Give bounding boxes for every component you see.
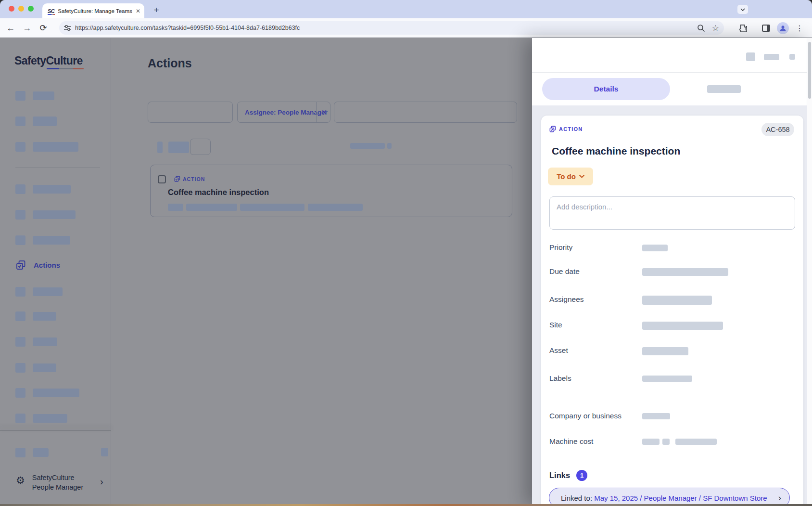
value-skeleton <box>642 413 670 419</box>
action-row-title[interactable]: Coffee machine inspection <box>168 188 269 197</box>
header-icon-skeleton <box>746 52 755 61</box>
list-toolbar-skeleton <box>350 143 385 149</box>
new-tab-button[interactable]: + <box>150 4 163 17</box>
action-type-label: ACTION <box>183 176 205 182</box>
value-skeleton <box>662 439 670 445</box>
browser-tab[interactable]: SC SafetyCulture: Manage Teams ✕ <box>42 3 144 18</box>
scrollbar-thumb[interactable] <box>808 42 811 99</box>
bookmark-star-icon[interactable]: ☆ <box>712 23 719 33</box>
description-input[interactable] <box>549 196 795 230</box>
list-toolbar-skeleton <box>168 142 189 153</box>
tab-skeleton <box>707 85 741 93</box>
address-bar[interactable]: https://app.safetyculture.com/tasks?task… <box>59 21 724 35</box>
org-switcher[interactable]: ⚙ SafetyCulture People Manager <box>16 473 83 492</box>
action-copy-check-icon <box>174 176 180 182</box>
status-label: To do <box>557 172 576 181</box>
field-row-asset[interactable]: Asset <box>549 346 568 356</box>
tab-search-chevron-icon[interactable] <box>737 5 748 14</box>
action-type-label: ACTION <box>559 126 583 132</box>
macos-zoom-button[interactable] <box>28 6 34 12</box>
url-text[interactable]: https://app.safetyculture.com/tasks?task… <box>75 25 697 31</box>
links-label: Links <box>549 471 570 480</box>
sidebar-skeleton-item <box>15 311 56 321</box>
gear-icon: ⚙ <box>16 476 25 492</box>
links-header: Links 1 <box>549 470 587 481</box>
app-sidebar: SafetyCulture Actions <box>0 38 111 506</box>
zoom-icon[interactable] <box>697 24 705 32</box>
extensions-puzzle-icon[interactable] <box>739 24 748 33</box>
sidebar-skeleton-item <box>15 363 56 373</box>
macos-close-button[interactable] <box>9 6 14 12</box>
tab-close-icon[interactable]: ✕ <box>136 8 140 14</box>
org-name: SafetyCulture <box>32 473 83 482</box>
page-title: Actions <box>148 56 192 70</box>
tab-title: SafetyCulture: Manage Teams <box>58 8 134 14</box>
tune-icon[interactable] <box>63 24 71 32</box>
field-row-machine-cost[interactable]: Machine cost <box>549 437 593 447</box>
actions-copy-check-icon <box>16 260 26 270</box>
chevron-right-icon: › <box>778 493 781 503</box>
page-content: SafetyCulture Actions <box>0 38 812 506</box>
tab-details[interactable]: Details <box>542 78 670 100</box>
toolbar-divider <box>755 23 755 33</box>
sidebar-skeleton-item <box>15 117 57 126</box>
value-skeleton <box>642 296 712 305</box>
drawer-scrollbar[interactable] <box>807 38 812 506</box>
linked-inspection-row[interactable]: Linked to: May 15, 2025 / People Manager… <box>549 488 790 506</box>
value-skeleton <box>675 439 717 445</box>
value-skeleton <box>642 347 688 355</box>
side-panel-icon[interactable] <box>762 25 770 32</box>
assignee-filter-chip[interactable]: Assignee: People Manager ✕ <box>237 102 330 123</box>
action-type-tag: ACTION <box>174 176 205 182</box>
sidebar-item-actions[interactable]: Actions <box>16 260 60 270</box>
action-title[interactable]: Coffee machine inspection <box>552 145 680 157</box>
linked-inspection-link[interactable]: May 15, 2025 / People Manager / SF Downt… <box>594 494 767 502</box>
field-row-assignees[interactable]: Assignees <box>549 295 584 305</box>
value-skeleton <box>642 322 723 330</box>
forward-icon[interactable]: → <box>20 21 34 35</box>
row-checkbox[interactable] <box>158 175 166 183</box>
remove-filter-icon[interactable]: ✕ <box>317 108 331 116</box>
sidebar-skeleton-square <box>101 448 108 456</box>
field-row-priority[interactable]: Priority <box>549 243 572 253</box>
value-skeleton <box>642 376 692 382</box>
sidebar-skeleton-item <box>15 235 70 245</box>
sidebar-skeleton-item <box>15 184 71 194</box>
field-row-company[interactable]: Company or business <box>549 412 622 421</box>
action-id-badge: AC-658 <box>761 123 794 136</box>
links-count-badge: 1 <box>576 470 587 481</box>
sidebar-skeleton-item <box>15 287 63 297</box>
header-icon-skeleton <box>764 54 779 60</box>
macos-minimize-button[interactable] <box>18 6 24 12</box>
sidebar-skeleton-item <box>15 388 79 398</box>
reload-icon[interactable]: ⟳ <box>37 21 50 35</box>
list-toolbar-skeleton <box>157 142 163 153</box>
row-skeleton <box>308 204 363 211</box>
search-filter-box[interactable] <box>148 102 233 123</box>
select-all-box[interactable] <box>190 139 211 155</box>
task-details-drawer: Details ACTION <box>532 38 812 506</box>
row-skeleton <box>240 204 304 211</box>
value-skeleton <box>642 439 660 445</box>
chevron-right-icon[interactable]: › <box>100 476 103 487</box>
add-filter-box[interactable] <box>334 102 517 123</box>
tab-strip: SC SafetyCulture: Manage Teams ✕ + <box>0 0 812 18</box>
sidebar-skeleton-item <box>15 414 67 423</box>
sidebar-divider <box>15 168 100 168</box>
profile-avatar[interactable] <box>777 22 789 34</box>
field-row-due-date[interactable]: Due date <box>549 267 580 277</box>
field-row-site[interactable]: Site <box>549 321 562 330</box>
sidebar-item-label: Actions <box>34 261 60 269</box>
field-row-labels[interactable]: Labels <box>549 374 571 384</box>
sidebar-footer-divider <box>0 430 111 431</box>
back-icon[interactable]: ← <box>4 21 17 35</box>
value-skeleton <box>642 268 728 276</box>
status-dropdown[interactable]: To do <box>548 168 593 185</box>
sidebar-skeleton-item <box>15 142 78 152</box>
org-user: People Manager <box>32 482 83 492</box>
action-list-row[interactable]: ACTION Coffee machine inspection <box>150 165 512 217</box>
drawer-header <box>532 38 812 73</box>
action-detail-card: ACTION AC-658 Coffee machine inspection … <box>541 116 803 506</box>
list-toolbar-skeleton <box>387 143 392 149</box>
browser-menu-icon[interactable]: ⋮ <box>796 24 803 33</box>
